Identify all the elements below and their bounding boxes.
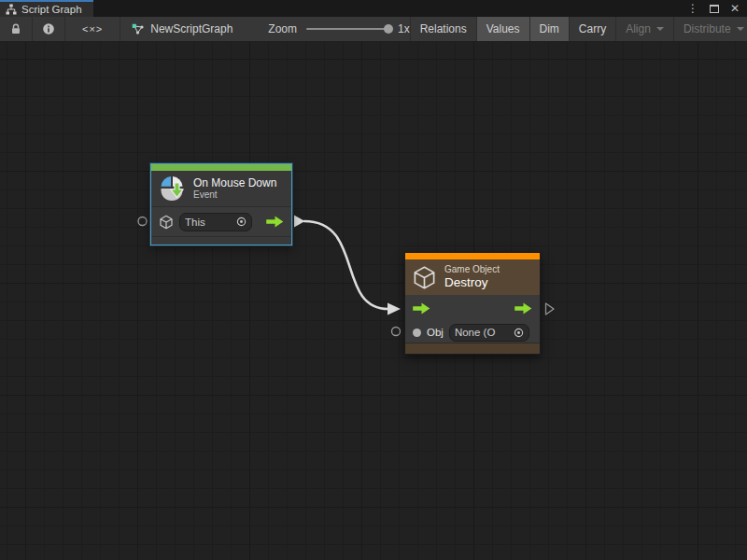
info-button[interactable]: [33, 17, 65, 41]
obj-value: None (O: [455, 327, 510, 338]
game-object-cube-icon: [159, 215, 174, 230]
relations-label: Relations: [420, 22, 467, 35]
destroy-obj-port[interactable]: [392, 328, 401, 336]
info-icon: [42, 22, 55, 35]
tab-title: Script Graph: [21, 4, 82, 15]
dim-label: Dim: [540, 22, 559, 35]
flow-exit-arrow-icon[interactable]: [514, 302, 532, 315]
target-object-value: This: [185, 217, 233, 228]
zoom-slider-handle[interactable]: [384, 24, 393, 34]
node-titles: Game Object Destroy: [444, 264, 500, 290]
graph-toolbar: <×> NewScriptGraph Zoom 1x Relations Val…: [0, 17, 747, 42]
flow-enter-arrow-icon[interactable]: [413, 302, 430, 315]
graph-name: NewScriptGraph: [150, 22, 233, 35]
carry-label: Carry: [579, 22, 606, 35]
values-button[interactable]: Values: [476, 17, 529, 41]
node-header: On Mouse Down Event: [151, 171, 291, 206]
node-footer: [405, 343, 540, 354]
mouse-down-icon: [158, 175, 186, 203]
node-category: Game Object: [444, 264, 500, 275]
zoom-value: 1x: [398, 22, 410, 35]
toolbar-toggle-group: Relations Values Dim Carry Align Distrib…: [410, 17, 747, 41]
connection-layer: [0, 42, 747, 560]
inspect-code-button[interactable]: <×>: [65, 17, 120, 41]
graph-selector-button[interactable]: NewScriptGraph: [120, 17, 244, 41]
relations-button[interactable]: Relations: [410, 17, 476, 41]
target-object-field[interactable]: This: [179, 213, 252, 231]
code-icon: <×>: [82, 23, 103, 35]
obj-value-field[interactable]: None (O: [449, 324, 529, 342]
script-graph-window: Script Graph ⋮ ✕ <×>: [0, 0, 747, 560]
node-accent-strip: [151, 164, 291, 171]
chevron-down-icon: [656, 27, 664, 31]
tab-script-graph[interactable]: Script Graph: [0, 0, 93, 17]
node-on-mouse-down[interactable]: On Mouse Down Event This: [150, 163, 292, 245]
object-picker-icon[interactable]: [236, 217, 247, 227]
lock-icon: [9, 22, 22, 35]
flow-connection-wire[interactable]: [304, 221, 388, 309]
window-menu-icon[interactable]: ⋮: [687, 3, 698, 14]
maximize-icon[interactable]: [710, 5, 719, 13]
distribute-label: Distribute: [684, 22, 731, 35]
lock-button[interactable]: [0, 17, 33, 41]
node-flow-row: [405, 295, 540, 322]
node-destroy[interactable]: Game Object Destroy Obj None (O: [404, 252, 541, 355]
obj-port-dot-icon[interactable]: [413, 329, 421, 337]
dim-button[interactable]: Dim: [529, 17, 569, 41]
values-label: Values: [486, 22, 520, 35]
script-graph-asset-icon: [132, 23, 145, 35]
node-port-row: This: [151, 207, 291, 236]
zoom-control: Zoom 1x: [268, 17, 409, 41]
node-titles: On Mouse Down Event: [193, 176, 276, 201]
omd-target-port[interactable]: [138, 217, 147, 226]
node-title: On Mouse Down: [193, 176, 276, 189]
destroy-exit-port[interactable]: [546, 303, 555, 315]
distribute-button[interactable]: Distribute: [673, 17, 747, 41]
zoom-slider[interactable]: [306, 28, 388, 30]
tab-bar: Script Graph ⋮ ✕: [0, 0, 747, 17]
carry-button[interactable]: Carry: [569, 17, 615, 41]
node-obj-row: Obj None (O: [405, 322, 540, 343]
node-title: Destroy: [444, 275, 500, 290]
flow-exit-arrow-icon[interactable]: [266, 216, 284, 228]
object-picker-icon[interactable]: [514, 328, 524, 338]
zoom-label: Zoom: [268, 22, 297, 35]
align-button[interactable]: Align: [615, 17, 673, 41]
graph-hierarchy-icon: [6, 4, 17, 15]
window-controls: ⋮ ✕: [687, 0, 747, 17]
align-label: Align: [626, 22, 651, 35]
graph-canvas[interactable]: On Mouse Down Event This: [0, 42, 747, 560]
node-subtitle: Event: [193, 189, 276, 201]
omd-exit-port-marker[interactable]: [294, 216, 305, 228]
close-icon[interactable]: ✕: [730, 3, 740, 14]
obj-port-label: Obj: [427, 327, 444, 338]
chevron-down-icon: [737, 27, 744, 31]
node-footer: [151, 236, 291, 245]
node-header: Game Object Destroy: [405, 259, 540, 295]
game-object-cube-icon: [412, 265, 437, 290]
destroy-enter-port-marker[interactable]: [388, 303, 401, 315]
node-accent-strip: [405, 253, 540, 259]
